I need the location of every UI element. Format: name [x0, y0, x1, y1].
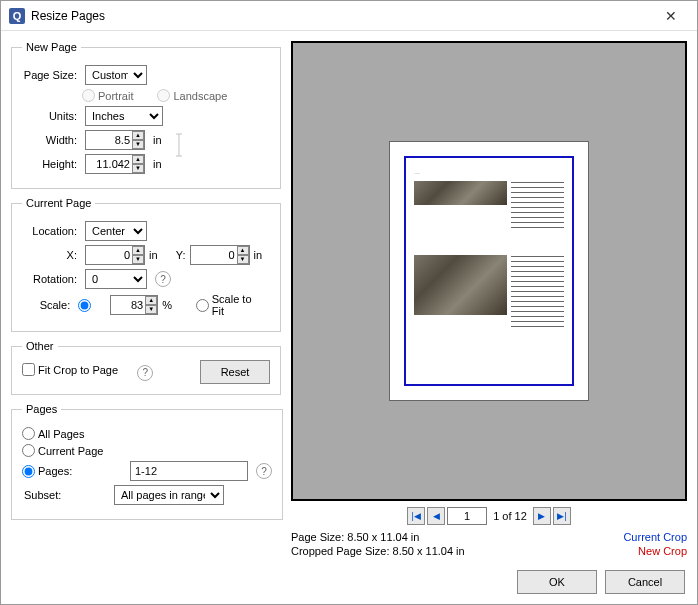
preview-canvas: ... — [291, 41, 687, 501]
next-page-button[interactable]: ▶ — [533, 507, 551, 525]
page-navigator: |◀ ◀ 1 of 12 ▶ ▶| — [291, 507, 687, 525]
last-page-button[interactable]: ▶| — [553, 507, 571, 525]
scale-to-fit-radio[interactable]: Scale to Fit — [196, 293, 258, 317]
width-label: Width: — [22, 134, 77, 146]
current-page-radio[interactable]: Current Page — [22, 444, 103, 457]
location-label: Location: — [22, 225, 77, 237]
page-number-input[interactable] — [447, 507, 487, 525]
page-size-info-value: 8.50 x 11.04 in — [347, 531, 419, 543]
fit-crop-checkbox[interactable]: Fit Crop to Page — [22, 363, 118, 376]
pages-legend: Pages — [22, 403, 61, 415]
preview-text-col-1 — [511, 181, 564, 251]
page-total-label: 1 of 12 — [493, 510, 527, 522]
scale-pct: % — [162, 299, 172, 311]
new-page-legend: New Page — [22, 41, 81, 53]
width-spinner[interactable]: ▲▼ — [132, 131, 144, 149]
height-unit: in — [153, 158, 162, 170]
pages-group: Pages All Pages Current Page Pages: ? Su… — [11, 403, 283, 520]
preview-image-2 — [414, 255, 507, 315]
y-label: Y: — [174, 249, 186, 261]
rotation-select[interactable]: 0 — [85, 269, 147, 289]
current-page-legend: Current Page — [22, 197, 95, 209]
pages-range-radio[interactable]: Pages: — [22, 465, 92, 478]
y-spinner[interactable]: ▲▼ — [237, 246, 249, 264]
fit-crop-help-icon[interactable]: ? — [137, 365, 153, 381]
preview-text-col-2 — [511, 255, 564, 366]
prev-page-button[interactable]: ◀ — [427, 507, 445, 525]
page-size-info-label: Page Size: — [291, 531, 344, 543]
units-label: Units: — [22, 110, 77, 122]
cropped-size-info-value: 8.50 x 11.04 in — [393, 545, 465, 557]
subset-select[interactable]: All pages in range — [114, 485, 224, 505]
first-page-button[interactable]: |◀ — [407, 507, 425, 525]
height-spinner[interactable]: ▲▼ — [132, 155, 144, 173]
page-size-label: Page Size: — [22, 69, 77, 81]
location-select[interactable]: Center — [85, 221, 147, 241]
preview-image-1 — [414, 181, 507, 205]
x-unit: in — [149, 249, 158, 261]
y-unit: in — [254, 249, 263, 261]
ok-button[interactable]: OK — [517, 570, 597, 594]
landscape-radio[interactable]: Landscape — [157, 89, 227, 102]
pages-range-input[interactable] — [130, 461, 248, 481]
cancel-button[interactable]: Cancel — [605, 570, 685, 594]
app-icon: Q — [9, 8, 25, 24]
x-label: X: — [22, 249, 77, 261]
subset-label: Subset: — [22, 489, 110, 501]
units-select[interactable]: Inches — [85, 106, 163, 126]
link-aspect-icon[interactable] — [172, 130, 186, 160]
crop-outline: ... — [404, 156, 574, 386]
portrait-radio[interactable]: Portrait — [82, 89, 133, 102]
x-spinner[interactable]: ▲▼ — [132, 246, 144, 264]
current-page-group: Current Page Location: Center X: ▲▼ in Y… — [11, 197, 281, 332]
resize-pages-dialog: Q Resize Pages ✕ New Page Page Size: Cus… — [0, 0, 698, 605]
rotation-label: Rotation: — [22, 273, 77, 285]
scale-spinner[interactable]: ▲▼ — [145, 296, 157, 314]
title-bar: Q Resize Pages ✕ — [1, 1, 697, 31]
rotation-help-icon[interactable]: ? — [155, 271, 171, 287]
cropped-size-info-label: Cropped Page Size: — [291, 545, 389, 557]
scale-label: Scale: — [22, 299, 70, 311]
reset-button[interactable]: Reset — [200, 360, 270, 384]
other-legend: Other — [22, 340, 58, 352]
other-group: Other Fit Crop to Page ? Reset — [11, 340, 281, 395]
preview-page: ... — [389, 141, 589, 401]
new-page-group: New Page Page Size: Custom Portrait Land… — [11, 41, 281, 189]
current-crop-legend: Current Crop — [623, 531, 687, 543]
height-label: Height: — [22, 158, 77, 170]
width-unit: in — [153, 134, 162, 146]
page-size-select[interactable]: Custom — [85, 65, 147, 85]
scale-percent-radio[interactable] — [78, 299, 94, 312]
window-title: Resize Pages — [31, 9, 648, 23]
new-crop-legend: New Crop — [638, 545, 687, 557]
pages-range-help-icon[interactable]: ? — [256, 463, 272, 479]
all-pages-radio[interactable]: All Pages — [22, 427, 84, 440]
close-button[interactable]: ✕ — [648, 2, 693, 30]
